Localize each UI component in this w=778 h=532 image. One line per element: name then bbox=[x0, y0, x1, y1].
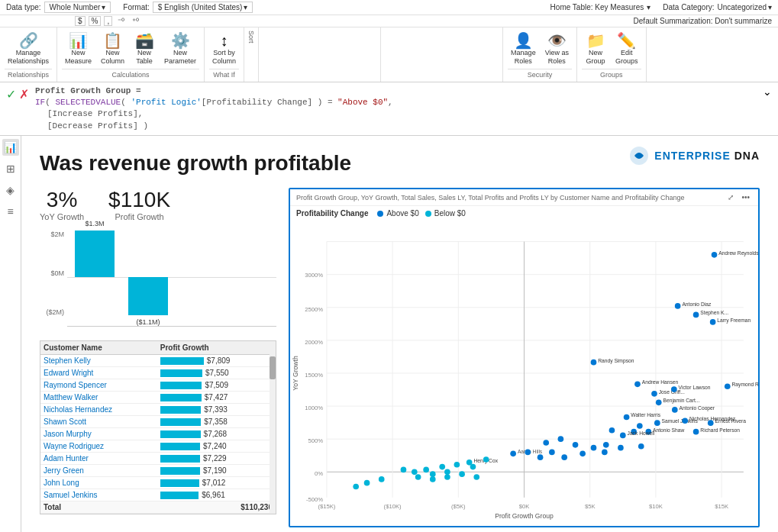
dot-aaron-car bbox=[444, 469, 450, 476]
svg-text:($5K): ($5K) bbox=[451, 503, 466, 510]
table-row: Nicholas Hernandez$7,393 bbox=[40, 404, 276, 416]
data-category-dropdown[interactable]: Uncategorized ▾ bbox=[718, 3, 772, 11]
scatter-more-btn[interactable]: ••• bbox=[739, 192, 752, 202]
table-row: Adam Hunter$7,229 bbox=[40, 453, 276, 465]
legend-above-zero-label: Above $0 bbox=[386, 209, 418, 218]
legend-below-zero-dot bbox=[425, 211, 431, 217]
dot-aaron-gay bbox=[549, 450, 555, 456]
dot-ernest-rivera bbox=[708, 420, 714, 426]
percent-btn[interactable]: % bbox=[89, 16, 102, 26]
new-group-btn[interactable]: 📁 NewGroup bbox=[582, 31, 609, 67]
sort-by-column-icon: ↕️ bbox=[221, 32, 228, 49]
edit-groups-btn[interactable]: ✏️ EditGroups bbox=[612, 31, 641, 67]
enterprise-logo: ENTERPRISE DNA bbox=[628, 145, 760, 166]
formula-content: Profit Growth Group = IF( SELECTEDVALUE(… bbox=[35, 85, 757, 133]
format-symbols-row: $ % , ⁻⁰ ⁺⁰ bbox=[75, 16, 141, 26]
increase-decimal-btn[interactable]: ⁺⁰ bbox=[130, 17, 141, 25]
dot-far-left-3 bbox=[353, 484, 359, 490]
new-measure-btn[interactable]: 📊 NewMeasure bbox=[62, 31, 95, 67]
kpi-yoy-growth: 3% YoY Growth bbox=[40, 188, 84, 221]
kpi-yoy-label: YoY Growth bbox=[40, 212, 84, 221]
bar-above-value: $1.3M bbox=[85, 220, 104, 227]
new-column-btn[interactable]: 📋 NewColumn bbox=[98, 31, 128, 67]
formula-cancel-btn[interactable]: ✗ bbox=[19, 87, 29, 102]
view-as-roles-btn[interactable]: 👁️ View asRoles bbox=[542, 31, 572, 67]
new-table-btn[interactable]: 🗃️ NewTable bbox=[131, 31, 158, 67]
sort-by-column-btn[interactable]: ↕️ Sort byColumn bbox=[209, 31, 239, 67]
dot-randy-simpson bbox=[591, 360, 597, 366]
profit-growth-cell: $7,240 bbox=[157, 440, 276, 453]
format-label: Format: bbox=[123, 3, 149, 11]
view-as-roles-label: View asRoles bbox=[545, 49, 569, 66]
table-container: Customer Name Profit Growth Stephen Kell… bbox=[40, 340, 276, 514]
dot-nicholas-garcia bbox=[415, 474, 421, 480]
dot-benjamin-cart bbox=[656, 400, 662, 406]
formula-collapse-btn[interactable]: ⌄ bbox=[763, 85, 772, 98]
comma-btn[interactable]: , bbox=[104, 16, 112, 26]
decrease-decimal-btn[interactable]: ⁻⁰ bbox=[115, 17, 127, 25]
enterprise-logo-text: ENTERPRISE DNA bbox=[654, 150, 760, 162]
dot-wayne-johnson bbox=[638, 443, 644, 450]
svg-text:-500%: -500% bbox=[306, 496, 323, 503]
scatter-legend: Profitability Change Above $0 Below $0 bbox=[290, 206, 758, 221]
manage-roles-btn[interactable]: 👤 ManageRoles bbox=[508, 31, 539, 67]
dollar-btn[interactable]: $ bbox=[75, 16, 86, 26]
profit-growth-cell: $7,809 bbox=[157, 355, 276, 367]
label-andrew-reynolds: Andrew Reynolds bbox=[718, 250, 758, 256]
dot-antonio-cooper bbox=[672, 407, 678, 413]
label-benjamin-cart: Benjamin Cart... bbox=[663, 398, 699, 404]
view-as-roles-icon: 👁️ bbox=[547, 32, 567, 49]
sidebar-icon-report[interactable]: 📊 bbox=[2, 139, 19, 156]
label-richard-peterson: Richard Peterson bbox=[700, 427, 740, 433]
manage-relationships-btn[interactable]: 🔗 ManageRelationships bbox=[5, 31, 52, 67]
customer-name-cell: Nicholas Hernandez bbox=[40, 404, 157, 416]
y-label-2m: $2M bbox=[40, 231, 64, 238]
format-arrow: ▾ bbox=[244, 3, 247, 11]
summarization-section: Default Summarization: Don't summarize bbox=[634, 17, 772, 25]
formula-bar: ✓ ✗ Profit Growth Group = IF( SELECTEDVA… bbox=[0, 82, 778, 137]
edit-groups-label: EditGroups bbox=[615, 49, 638, 66]
dot-walter-harris bbox=[624, 414, 630, 421]
svg-text:YoY Growth: YoY Growth bbox=[292, 356, 299, 391]
sidebar-icon-data[interactable]: ⊞ bbox=[2, 160, 19, 177]
label-antonio-shaw: Antonio Shaw bbox=[653, 427, 684, 433]
kpi-profit-growth: $110K Profit Growth bbox=[108, 188, 170, 221]
label-stephen-k: Stephen K... bbox=[700, 311, 728, 317]
label-jack-howell: Jack Howell bbox=[628, 431, 655, 437]
dot-james-foster bbox=[618, 445, 624, 451]
sidebar-icon-model[interactable]: ◈ bbox=[2, 182, 19, 198]
data-type-dropdown[interactable]: Whole Number ▾ bbox=[44, 2, 111, 13]
format-value: $ English (United States) bbox=[158, 3, 243, 11]
scatter-expand-btn[interactable]: ⤢ bbox=[725, 192, 736, 202]
home-table-arrow[interactable]: ▾ bbox=[647, 3, 650, 11]
table-scrollbar[interactable] bbox=[270, 341, 276, 514]
security-group-label: Security bbox=[508, 69, 572, 79]
dot-fred-stone bbox=[473, 474, 479, 480]
new-measure-icon: 📊 bbox=[69, 32, 88, 49]
label-ernest-rivera: Ernest Rivera bbox=[715, 418, 746, 424]
table-scrollbar-thumb[interactable] bbox=[270, 356, 276, 379]
svg-text:Profit Growth Group: Profit Growth Group bbox=[495, 512, 554, 520]
label-victor-lawson: Victor Lawson bbox=[679, 385, 711, 390]
dot-aaron-hills bbox=[510, 451, 516, 457]
formula-accept-btn[interactable]: ✓ bbox=[6, 87, 16, 102]
svg-text:($10K): ($10K) bbox=[384, 503, 402, 510]
svg-text:500%: 500% bbox=[308, 437, 324, 444]
data-category-value: Uncategorized bbox=[718, 3, 767, 11]
new-parameter-btn[interactable]: ⚙️ NewParameter bbox=[161, 31, 199, 67]
sidebar-icon-dax[interactable]: ≡ bbox=[2, 203, 19, 220]
total-value: $110,230 bbox=[157, 501, 276, 514]
dot-ronald-barnes bbox=[430, 476, 436, 482]
bar-below-value: ($1.1M) bbox=[136, 318, 160, 326]
bar-below-zero[interactable]: ($1.1M) bbox=[128, 277, 168, 315]
dot-adam-bailey bbox=[470, 464, 476, 470]
zero-line bbox=[67, 277, 276, 278]
dot-stephen-k bbox=[693, 312, 699, 318]
dot-joe-hans bbox=[591, 445, 597, 451]
bar-above-zero[interactable]: $1.3M bbox=[75, 231, 115, 277]
col-profit-growth: Profit Growth bbox=[157, 341, 276, 355]
format-dropdown[interactable]: $ English (United States) ▾ bbox=[153, 2, 253, 13]
legend-label: Profitability Change bbox=[296, 209, 368, 218]
table-row: Wayne Rodriguez$7,240 bbox=[40, 440, 276, 453]
groups-group: 📁 NewGroup ✏️ EditGroups Groups bbox=[577, 27, 647, 82]
